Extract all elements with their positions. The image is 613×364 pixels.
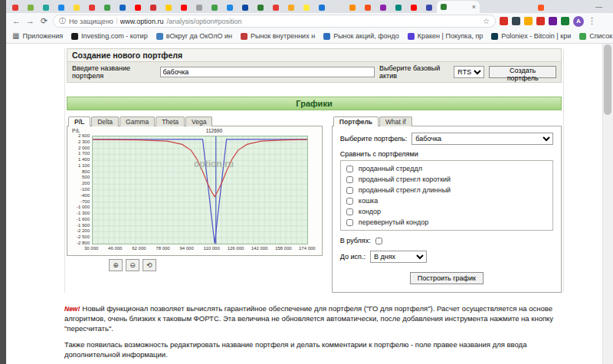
compare-checkbox[interactable] bbox=[346, 219, 353, 226]
new-portfolio-box: Создание нового портфеля Введите названи… bbox=[67, 48, 562, 83]
browser-tab[interactable] bbox=[329, 2, 345, 13]
compare-item[interactable]: проданный стреддл bbox=[346, 165, 547, 172]
browser-tab[interactable] bbox=[192, 2, 207, 13]
plot-area[interactable] bbox=[92, 136, 308, 244]
panel-tab-0[interactable]: Портфель bbox=[333, 116, 379, 126]
browser-tab[interactable] bbox=[345, 2, 360, 13]
bookmark-favicon-icon bbox=[579, 33, 586, 40]
extension-icon[interactable] bbox=[500, 17, 508, 25]
x-tick-label: 110 000 bbox=[204, 246, 220, 251]
browser-tab[interactable] bbox=[391, 2, 406, 13]
panel-tab-1[interactable]: What if bbox=[379, 116, 411, 126]
browser-tab[interactable] bbox=[8, 2, 23, 13]
browser-tab[interactable] bbox=[130, 2, 146, 13]
bookmark-favicon-icon bbox=[241, 33, 247, 40]
extension-icon[interactable] bbox=[561, 17, 569, 25]
bookmark-item[interactable]: Кракен | Покупка, пр bbox=[408, 32, 484, 40]
zoom-out-button[interactable]: ⊖ bbox=[126, 259, 139, 271]
bookmark-item[interactable]: Investing.com - котир bbox=[71, 32, 148, 40]
browser-tab[interactable] bbox=[314, 2, 329, 13]
browser-tab[interactable] bbox=[84, 2, 100, 13]
tab-favicon-icon bbox=[181, 5, 187, 11]
chart-tab-delta[interactable]: Delta bbox=[91, 116, 119, 126]
extension-icon[interactable] bbox=[536, 17, 545, 25]
browser-tab[interactable] bbox=[54, 2, 69, 13]
compare-item[interactable]: перевернутый кондор bbox=[346, 218, 547, 226]
bookmark-label: Рынок внутренних н bbox=[251, 32, 315, 40]
bookmark-favicon-icon bbox=[156, 33, 163, 40]
zoom-in-button[interactable]: ⊕ bbox=[109, 259, 123, 271]
compare-checkbox[interactable] bbox=[346, 187, 353, 194]
browser-tab[interactable] bbox=[161, 2, 176, 13]
compare-item[interactable]: кошка bbox=[346, 197, 547, 205]
compare-checkbox[interactable] bbox=[346, 176, 353, 183]
browser-menu-icon[interactable]: ⋮ bbox=[588, 17, 596, 25]
compare-checkbox[interactable] bbox=[346, 208, 353, 215]
window-minimize-icon[interactable]: — bbox=[595, 3, 613, 11]
tab-favicon-icon bbox=[349, 5, 356, 11]
browser-tab[interactable] bbox=[146, 2, 161, 13]
compare-item[interactable]: кондор bbox=[346, 208, 547, 215]
compare-checkbox[interactable] bbox=[346, 198, 353, 205]
reload-icon[interactable]: ⟳ bbox=[39, 17, 49, 25]
browser-tab[interactable] bbox=[207, 2, 222, 13]
apps-grid-icon: ▦ bbox=[12, 32, 19, 40]
browser-tab[interactable] bbox=[299, 2, 314, 13]
portfolio-select[interactable]: бабочка bbox=[411, 133, 553, 145]
browser-tab[interactable] bbox=[23, 2, 38, 13]
portfolio-name-input[interactable] bbox=[160, 67, 375, 77]
tab-close-icon[interactable]: × bbox=[472, 4, 476, 11]
base-asset-select[interactable]: RTS bbox=[454, 66, 484, 78]
browser-tab[interactable] bbox=[176, 2, 192, 13]
build-chart-button[interactable]: Построить график bbox=[410, 272, 484, 284]
page-scrollbar[interactable] bbox=[602, 44, 613, 364]
bookmark-star-icon[interactable]: ☆ bbox=[483, 18, 490, 25]
browser-tab[interactable] bbox=[406, 2, 421, 13]
page-title: Создание нового портфеля bbox=[67, 49, 561, 61]
extension-icon[interactable] bbox=[512, 17, 520, 25]
create-portfolio-button[interactable]: Создать портфель bbox=[489, 66, 556, 78]
profile-avatar[interactable]: А bbox=[573, 16, 584, 27]
browser-tab[interactable] bbox=[253, 2, 268, 13]
active-tab[interactable]: × bbox=[437, 1, 480, 13]
browser-tab[interactable] bbox=[268, 2, 284, 13]
bookmark-item[interactable]: Рынок внутренних н bbox=[241, 32, 315, 40]
extension-icons bbox=[500, 17, 569, 25]
info-icon[interactable]: ⓘ bbox=[59, 16, 66, 26]
extension-icon[interactable] bbox=[549, 17, 557, 25]
chart-tab-pl[interactable]: P/L bbox=[68, 116, 90, 126]
browser-tab[interactable] bbox=[533, 2, 549, 13]
browser-tab[interactable] bbox=[222, 2, 238, 13]
forward-icon[interactable]: → bbox=[25, 17, 35, 25]
browser-tab[interactable] bbox=[100, 2, 115, 13]
browser-tab[interactable] bbox=[375, 2, 391, 13]
browser-tab[interactable] bbox=[38, 2, 54, 13]
compare-item[interactable]: проданный стренгл короткий bbox=[346, 175, 547, 183]
chart-tabs: P/LDeltaGammaThetaVega bbox=[67, 116, 323, 126]
until-select[interactable]: В днях bbox=[370, 251, 427, 263]
browser-tab[interactable] bbox=[284, 2, 299, 13]
y-tick-label: -2 800 bbox=[68, 241, 90, 245]
extension-icon[interactable] bbox=[524, 17, 533, 25]
bookmark-item[interactable]: Список тренингов bbox=[579, 32, 613, 40]
rub-checkbox[interactable] bbox=[375, 238, 382, 244]
bookmark-item[interactable]: Poloniex - Bitcoin | кри bbox=[491, 32, 571, 40]
browser-tab[interactable] bbox=[238, 2, 253, 13]
scrollbar-thumb[interactable] bbox=[604, 44, 611, 115]
compare-checkbox[interactable] bbox=[346, 166, 353, 172]
browser-tab[interactable] bbox=[69, 2, 84, 13]
compare-item[interactable]: проданный стренгл длинный bbox=[346, 186, 547, 194]
browser-tab[interactable] bbox=[421, 2, 437, 13]
bookmark-item[interactable]: Рынок акций, фондо bbox=[323, 32, 399, 40]
bookmark-item[interactable]: вОкруг да ОкОлО ин bbox=[156, 32, 232, 40]
zoom-reset-button[interactable]: ⟲ bbox=[143, 259, 156, 271]
browser-tab[interactable] bbox=[115, 2, 130, 13]
address-bar[interactable]: ⓘ Не защищено www.option.ru/analysis/opt… bbox=[53, 15, 496, 28]
back-icon[interactable]: ← bbox=[11, 17, 21, 25]
chart-tab-gamma[interactable]: Gamma bbox=[120, 116, 155, 126]
browser-tab[interactable] bbox=[360, 2, 375, 13]
chart-tab-vega[interactable]: Vega bbox=[185, 116, 212, 126]
chart-tab-theta[interactable]: Theta bbox=[156, 116, 185, 126]
x-tick-label: 30 000 bbox=[84, 246, 98, 251]
bookmark-item[interactable]: ▦Приложения bbox=[12, 32, 63, 40]
